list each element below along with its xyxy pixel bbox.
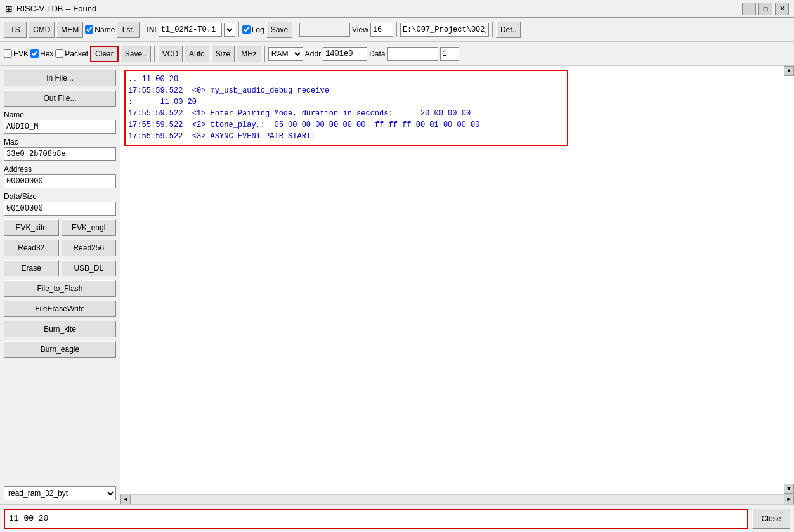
close-button-bottom[interactable]: Close xyxy=(752,509,790,529)
ini-dropdown[interactable]: ▼ xyxy=(224,23,235,37)
name-field[interactable] xyxy=(4,120,116,134)
evk-kite-button[interactable]: EVK_kite xyxy=(4,219,59,236)
horizontal-scrollbar[interactable]: ◀ ▶ xyxy=(120,494,794,504)
burn-kite-button[interactable]: Burn_kite xyxy=(4,321,116,337)
separator-6 xyxy=(154,46,155,62)
in-file-button[interactable]: In File... xyxy=(4,70,116,86)
name-field-label: Name xyxy=(4,110,116,119)
minimize-button[interactable]: — xyxy=(742,3,756,15)
size-button[interactable]: Size xyxy=(211,46,235,62)
toolbar-row-1: TS CMD MEM Name Lst. INI ▼ Log Save View… xyxy=(0,18,794,42)
window-controls: — □ ✕ xyxy=(742,3,789,15)
addr-label: Addr xyxy=(305,49,321,58)
close-button[interactable]: ✕ xyxy=(775,3,789,15)
ram-select[interactable]: RAM ROM xyxy=(268,47,303,61)
hex-checkbox[interactable] xyxy=(30,49,39,58)
datasize-section: Data/Size xyxy=(4,192,116,216)
separator-1 xyxy=(143,22,143,37)
log-highlight-box: .. 11 00 20 17:55:59.522 <0> my_usb_audi… xyxy=(124,70,568,146)
lst-button[interactable]: Lst. xyxy=(117,22,140,38)
num-input[interactable] xyxy=(440,47,459,61)
vcd-button[interactable]: VCD xyxy=(158,46,183,62)
evk-buttons-row: EVK_kite EVK_eagl xyxy=(4,219,116,236)
save-button[interactable]: Save xyxy=(266,22,292,38)
ini-label: INI xyxy=(146,25,156,34)
save-dots-button[interactable]: Save.. xyxy=(120,46,151,62)
file-erase-write-button[interactable]: FileEraseWrite xyxy=(4,301,116,317)
separator-2 xyxy=(238,22,239,37)
erase-button[interactable]: Erase xyxy=(4,260,59,276)
dropdown-section: read_ram_32_byt xyxy=(4,486,116,500)
log-scroll-area[interactable]: .. 11 00 20 17:55:59.522 <0> my_usb_audi… xyxy=(120,66,794,494)
scroll-right-arrow[interactable]: ▶ xyxy=(784,495,794,505)
path-input[interactable] xyxy=(400,23,489,37)
datasize-field-label: Data/Size xyxy=(4,192,116,201)
ts-button[interactable]: TS xyxy=(4,22,27,38)
burn-eagle-button[interactable]: Burn_eagle xyxy=(4,341,116,358)
action-dropdown[interactable]: read_ram_32_byt xyxy=(4,486,116,500)
address-section: Address xyxy=(4,165,116,188)
main-layout: In File... Out File... Name Mac Address … xyxy=(0,66,794,504)
log-checkbox-label[interactable]: Log xyxy=(242,25,264,34)
separator-7 xyxy=(264,46,265,62)
log-line-4: 17:55:59.522 <1> Enter Pairing Mode, dur… xyxy=(128,108,564,119)
read32-button[interactable]: Read32 xyxy=(4,240,59,256)
separator-4 xyxy=(396,22,397,37)
hex-checkbox-label[interactable]: Hex xyxy=(30,49,53,58)
scroll-down-arrow[interactable]: ▼ xyxy=(784,484,794,494)
scroll-up-arrow[interactable]: ▲ xyxy=(784,66,794,76)
app-icon: ⊞ xyxy=(5,4,13,14)
auto-button[interactable]: Auto xyxy=(185,46,209,62)
scroll-left-arrow[interactable]: ◀ xyxy=(120,495,131,505)
datasize-field[interactable] xyxy=(4,202,116,216)
addr-input[interactable] xyxy=(323,47,367,61)
def-button[interactable]: Def.. xyxy=(496,22,521,38)
separator-3 xyxy=(296,22,296,37)
erase-buttons-row: Erase USB_DL xyxy=(4,260,116,276)
log-line-3: : 11 00 20 xyxy=(128,96,564,108)
mac-section: Mac xyxy=(4,138,116,161)
packet-checkbox[interactable] xyxy=(55,49,63,58)
mem-button[interactable]: MEM xyxy=(56,22,83,38)
status-bar: Close xyxy=(0,504,794,532)
separator-5 xyxy=(492,22,493,37)
log-area: .. 11 00 20 17:55:59.522 <0> my_usb_audi… xyxy=(120,66,794,504)
file-to-flash-button[interactable]: File_to_Flash xyxy=(4,280,116,297)
ini-input[interactable] xyxy=(159,23,222,37)
evk-eagle-button[interactable]: EVK_eagl xyxy=(62,219,117,236)
title-bar: ⊞ RISC-V TDB -- Found — □ ✕ xyxy=(0,0,794,18)
maximize-button[interactable]: □ xyxy=(758,3,772,15)
data-input[interactable] xyxy=(387,47,438,61)
toolbar-row-2: EVK Hex Packet Clear Save.. VCD Auto Siz… xyxy=(0,42,794,66)
address-field[interactable] xyxy=(4,174,116,188)
log-line-6: 17:55:59.522 <3> ASYNC_EVENT_PAIR_START: xyxy=(128,131,564,142)
log-line-5: 17:55:59.522 <2> ttone_play,: 05 00 00 0… xyxy=(128,119,564,131)
mac-field[interactable] xyxy=(4,147,116,161)
name-checkbox[interactable] xyxy=(85,25,93,34)
view-input[interactable] xyxy=(370,23,393,37)
log-checkbox[interactable] xyxy=(242,25,251,34)
log-line-1: .. 11 00 20 xyxy=(128,74,564,85)
mhz-button[interactable]: MHz xyxy=(237,46,261,62)
view-empty-input[interactable] xyxy=(299,23,350,37)
evk-checkbox-label[interactable]: EVK xyxy=(4,49,29,58)
name-checkbox-label[interactable]: Name xyxy=(85,25,115,34)
mac-field-label: Mac xyxy=(4,138,116,146)
log-line-2: 17:55:59.522 <0> my_usb_audio_debug rece… xyxy=(128,85,564,96)
view-label: View xyxy=(352,25,368,34)
evk-checkbox[interactable] xyxy=(4,49,12,58)
data-label: Data xyxy=(369,49,385,58)
out-file-button[interactable]: Out File... xyxy=(4,90,116,107)
packet-checkbox-label[interactable]: Packet xyxy=(55,49,88,58)
status-input[interactable] xyxy=(4,509,748,529)
name-section: Name xyxy=(4,110,116,134)
usb-dl-button[interactable]: USB_DL xyxy=(62,260,117,276)
sidebar: In File... Out File... Name Mac Address … xyxy=(0,66,120,504)
address-field-label: Address xyxy=(4,165,116,174)
cmd-button[interactable]: CMD xyxy=(29,22,55,38)
read256-button[interactable]: Read256 xyxy=(62,240,117,256)
read-buttons-row: Read32 Read256 xyxy=(4,240,116,256)
clear-button[interactable]: Clear xyxy=(90,46,119,62)
window-title: RISC-V TDB -- Found xyxy=(16,4,742,13)
